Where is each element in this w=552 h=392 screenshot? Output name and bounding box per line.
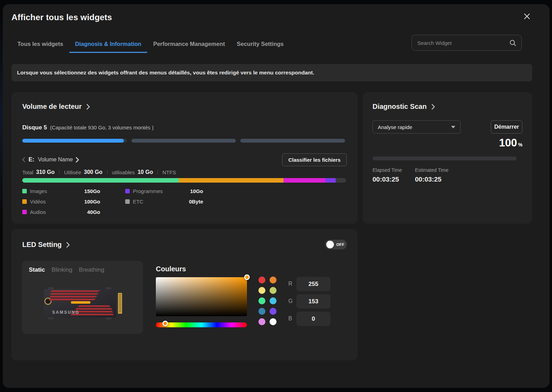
legend-item: Images150Go bbox=[22, 188, 100, 194]
legend-value: 10Go bbox=[190, 188, 203, 194]
stat-value: 310 Go bbox=[36, 169, 55, 175]
tab-performance-management[interactable]: Performance Management bbox=[147, 36, 231, 53]
legend-value: 40Go bbox=[87, 209, 100, 215]
mode-tab-breathing[interactable]: Breathing bbox=[79, 266, 104, 273]
tab-diagnosis-information[interactable]: Diagnosis & Information bbox=[69, 36, 147, 53]
disk-info-row: Disque 5 (Capacité totale 930 Go, 3 volu… bbox=[22, 124, 154, 131]
color-picker-thumb[interactable] bbox=[244, 274, 250, 280]
usage-bar bbox=[22, 178, 346, 183]
ssd-brand-text: SAMSUNG bbox=[52, 310, 80, 315]
chevron-right-icon[interactable] bbox=[76, 157, 79, 162]
diagnostic-card-header[interactable]: Diagnostic Scan bbox=[373, 103, 435, 111]
color-swatch[interactable] bbox=[258, 277, 265, 283]
diagnostic-card-title: Diagnostic Scan bbox=[373, 103, 427, 111]
scan-type-value: Analyse rapide bbox=[378, 124, 412, 130]
disk-segment-fill bbox=[22, 139, 124, 143]
color-swatch[interactable] bbox=[258, 297, 265, 304]
green-value-field[interactable]: 153 bbox=[296, 294, 330, 309]
legend-swatch bbox=[22, 210, 27, 214]
search-icon[interactable] bbox=[509, 39, 517, 47]
search-widget-box bbox=[411, 35, 522, 51]
blue-value-field[interactable]: 0 bbox=[296, 312, 330, 326]
legend-item: Audios40Go bbox=[22, 209, 100, 215]
disk-segment[interactable] bbox=[131, 139, 236, 143]
diagnostic-card: Diagnostic Scan Analyse rapide Démarrer … bbox=[363, 92, 532, 224]
saturation-value-picker[interactable] bbox=[156, 277, 247, 316]
scan-type-dropdown[interactable]: Analyse rapide bbox=[373, 120, 461, 134]
color-swatch[interactable] bbox=[270, 318, 277, 325]
red-value-field[interactable]: 255 bbox=[296, 277, 330, 291]
classify-files-button[interactable]: Classifier les fichiers bbox=[282, 153, 347, 166]
chevron-right-icon bbox=[66, 242, 70, 248]
green-label: G bbox=[288, 298, 293, 304]
disk-segment-fill bbox=[240, 139, 345, 143]
tab-security-settings[interactable]: Security Settings bbox=[231, 36, 290, 53]
color-swatch[interactable] bbox=[258, 287, 265, 294]
led-mode-panel: Static Blinking Breathing bbox=[22, 261, 143, 334]
ssd-image: SAMSUNG bbox=[38, 285, 127, 322]
disk-segments[interactable] bbox=[22, 139, 345, 143]
disk-segment[interactable] bbox=[240, 139, 345, 143]
legend-swatch bbox=[22, 189, 27, 193]
tab-bar: Tous les widgets Diagnosis & Information… bbox=[11, 36, 290, 53]
disk-name: Disque 5 bbox=[22, 124, 47, 131]
volume-stats-row: Total 310 Go Utilisée 300 Go utilisables… bbox=[22, 169, 179, 175]
volume-card: Volume de lecteur Disque 5 (Capacité tot… bbox=[11, 92, 358, 224]
legend-name: Audios bbox=[30, 209, 46, 215]
legend-swatch bbox=[125, 189, 130, 193]
led-mode-tabs: Static Blinking Breathing bbox=[29, 266, 104, 273]
legend-item: Programmes10Go bbox=[125, 188, 203, 194]
info-banner-text: Lorsque vous sélectionnez des widgets of… bbox=[17, 70, 314, 76]
legend-name: Programmes bbox=[133, 188, 163, 194]
colors-title: Couleurs bbox=[156, 265, 186, 273]
mode-tab-blinking[interactable]: Blinking bbox=[51, 266, 72, 273]
color-swatch[interactable] bbox=[270, 277, 277, 283]
volume-letter: E: bbox=[29, 156, 34, 163]
close-icon bbox=[523, 13, 530, 20]
color-swatch[interactable] bbox=[270, 287, 277, 294]
volume-nav-row: E: Volume Name Classifier les fichiers bbox=[22, 153, 347, 166]
mode-tab-static[interactable]: Static bbox=[29, 266, 45, 273]
color-swatch[interactable] bbox=[258, 308, 265, 315]
legend-value: 0Byte bbox=[189, 199, 203, 205]
page-title: Afficher tous les widgets bbox=[11, 13, 112, 22]
legend-swatch bbox=[22, 199, 27, 204]
red-label: R bbox=[288, 281, 293, 287]
volume-name: Volume Name bbox=[38, 157, 73, 163]
chevron-right-icon bbox=[87, 104, 90, 110]
led-card-header[interactable]: LED Setting bbox=[22, 241, 70, 249]
estimated-time-value: 00:03:25 bbox=[415, 176, 441, 183]
hue-slider-thumb[interactable] bbox=[162, 321, 168, 326]
toggle-knob bbox=[326, 241, 334, 248]
color-swatch[interactable] bbox=[270, 297, 277, 304]
blue-label: B bbox=[288, 315, 292, 322]
stat-value: 10 Go bbox=[137, 169, 153, 175]
stat-separator bbox=[107, 170, 107, 175]
usage-segment bbox=[22, 178, 179, 183]
elapsed-time-label: Elapsed Time bbox=[373, 167, 402, 173]
info-banner: Lorsque vous sélectionnez des widgets of… bbox=[11, 64, 532, 81]
disk-segment[interactable] bbox=[22, 139, 127, 143]
search-input[interactable] bbox=[417, 40, 509, 46]
stat-label: utilisables bbox=[112, 169, 135, 175]
stat-label: Utilisée bbox=[64, 169, 81, 175]
caret-down-icon bbox=[451, 126, 455, 128]
start-scan-button[interactable]: Démarrer bbox=[491, 120, 522, 134]
legend-value: 100Go bbox=[84, 199, 100, 205]
widgets-modal: Afficher tous les widgets Tous les widge… bbox=[3, 4, 550, 388]
legend-item: Vidéos100Go bbox=[22, 199, 100, 205]
color-swatch[interactable] bbox=[270, 308, 277, 315]
usage-segment bbox=[179, 178, 283, 183]
scan-progress-bar bbox=[373, 157, 517, 160]
hue-slider[interactable] bbox=[156, 322, 247, 327]
chevron-right-icon bbox=[432, 104, 435, 110]
tab-tous-les-widgets[interactable]: Tous les widgets bbox=[11, 36, 69, 53]
volume-card-header[interactable]: Volume de lecteur bbox=[22, 103, 90, 111]
led-toggle[interactable]: OFF bbox=[325, 240, 347, 249]
usage-legend: Images150GoVidéos100GoAudios40GoProgramm… bbox=[22, 186, 228, 217]
filesystem-type: NTFS bbox=[162, 169, 176, 175]
close-button[interactable] bbox=[522, 11, 532, 22]
legend-name: Images bbox=[30, 188, 47, 194]
chevron-left-icon[interactable] bbox=[22, 157, 25, 162]
color-swatch[interactable] bbox=[258, 318, 265, 325]
